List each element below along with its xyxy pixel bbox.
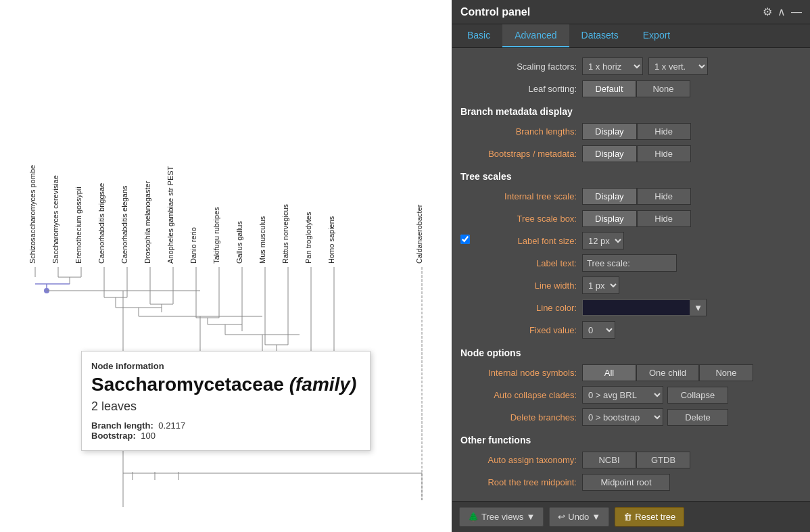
reset-tree-btn[interactable]: 🗑 Reset tree bbox=[615, 507, 684, 527]
line-color-control: ▼ bbox=[582, 299, 707, 316]
species-label: Caenorhabditis briggsae bbox=[97, 183, 105, 264]
internal-tree-scale-buttons: Display Hide bbox=[582, 188, 691, 205]
bootstraps-label: Bootstraps / metadata: bbox=[460, 149, 582, 159]
label-font-size-label: Label font size: bbox=[474, 236, 582, 246]
auto-collapse-select[interactable]: 0 > avg BRL 1 > avg BRL bbox=[582, 386, 663, 404]
node-options-section: Node options bbox=[460, 346, 802, 360]
panel-header: Control panel ⚙ ∧ — bbox=[452, 0, 810, 24]
tree-views-btn[interactable]: 🌲 Tree views ▼ bbox=[459, 507, 544, 527]
delete-branches-row: Delete branches: 0 > bootstrap 50 > boot… bbox=[460, 408, 802, 427]
branch-lengths-label: Branch lengths: bbox=[460, 126, 582, 137]
delete-btn[interactable]: Delete bbox=[667, 409, 728, 426]
other-functions-section: Other functions bbox=[460, 433, 802, 447]
label-font-size-select[interactable]: 12 px 10 px 14 px 16 px bbox=[582, 232, 624, 249]
species-label: Mus musculus bbox=[258, 216, 266, 264]
node-info-popup: Node information Saccharomycetaceae (fam… bbox=[81, 351, 371, 451]
root-midpoint-row: Root the tree midpoint: Midpoint root bbox=[460, 473, 802, 491]
node-info-bootstrap: Bootstrap: 100 bbox=[91, 431, 356, 441]
internal-tree-scale-label: Internal tree scale: bbox=[460, 191, 582, 201]
node-symbols-all-btn[interactable]: All bbox=[582, 364, 636, 381]
scaling-label: Scaling factors: bbox=[460, 62, 582, 72]
node-symbols-onechild-btn[interactable]: One child bbox=[636, 364, 699, 381]
auto-assign-row: Auto assign taxonomy: NCBI GTDB bbox=[460, 450, 802, 469]
tree-scale-box-display-btn[interactable]: Display bbox=[582, 210, 637, 227]
species-label: Caldanaerobacter bbox=[415, 204, 423, 264]
internal-tree-scale-row: Internal tree scale: Display Hide bbox=[460, 187, 802, 205]
auto-collapse-label: Auto collapse clades: bbox=[460, 390, 582, 400]
branch-lengths-row: Branch lengths: Display Hide bbox=[460, 122, 802, 141]
settings-icon[interactable]: ⚙ bbox=[763, 5, 772, 18]
bootstraps-display-btn[interactable]: Display bbox=[582, 145, 637, 162]
scaling-selects: 1 x horiz 2 x horiz 0.5 x horiz 1 x vert… bbox=[582, 57, 708, 75]
fixed-value-select[interactable]: 0 1 0.5 bbox=[582, 321, 615, 339]
branch-lengths-hide-btn[interactable]: Hide bbox=[637, 123, 691, 140]
collapse-icon[interactable]: ∧ bbox=[778, 5, 786, 18]
species-label: Drosophila melanogaster bbox=[143, 180, 151, 264]
label-font-size-row: Label font size: 12 px 10 px 14 px 16 px bbox=[460, 231, 802, 250]
delete-branches-select[interactable]: 0 > bootstrap 50 > bootstrap bbox=[582, 408, 663, 426]
auto-assign-buttons: NCBI GTDB bbox=[582, 452, 690, 468]
minimize-icon[interactable]: — bbox=[791, 6, 802, 18]
line-width-row: Line width: 1 px 2 px 3 px bbox=[460, 276, 802, 295]
auto-assign-label: Auto assign taxonomy: bbox=[460, 455, 582, 465]
label-font-size-checkbox[interactable] bbox=[460, 235, 470, 244]
tree-scale-box-label: Tree scale box: bbox=[460, 214, 582, 224]
reset-icon: 🗑 bbox=[623, 512, 632, 522]
branch-lengths-buttons: Display Hide bbox=[582, 123, 691, 140]
tab-advanced[interactable]: Advanced bbox=[502, 24, 569, 47]
species-label: Schizosaccharomyces pombe bbox=[28, 165, 37, 264]
internal-node-symbols-label: Internal node symbols: bbox=[460, 368, 582, 378]
line-width-select[interactable]: 1 px 2 px 3 px bbox=[582, 276, 619, 294]
scaling-vert-select[interactable]: 1 x vert. 2 x vert. 0.5 x vert. bbox=[648, 57, 708, 75]
scaling-horiz-select[interactable]: 1 x horiz 2 x horiz 0.5 x horiz bbox=[582, 57, 643, 75]
auto-assign-ncbi-btn[interactable]: NCBI bbox=[582, 452, 636, 468]
line-color-dropdown-btn[interactable]: ▼ bbox=[690, 299, 707, 316]
scaling-row: Scaling factors: 1 x horiz 2 x horiz 0.5… bbox=[460, 57, 802, 76]
leaf-sort-none-btn[interactable]: None bbox=[636, 80, 690, 97]
internal-tree-scale-display-btn[interactable]: Display bbox=[582, 188, 637, 205]
midpoint-root-btn[interactable]: Midpoint root bbox=[582, 474, 670, 491]
tree-scales-section: Tree scales bbox=[460, 170, 802, 183]
tab-basic[interactable]: Basic bbox=[455, 24, 502, 47]
label-text-row: Label text: bbox=[460, 253, 802, 272]
branch-lengths-display-btn[interactable]: Display bbox=[582, 123, 637, 140]
species-label: Eremothecium gossypii bbox=[74, 187, 82, 264]
species-label: Caenorhabditis elegans bbox=[120, 185, 128, 264]
bootstraps-hide-btn[interactable]: Hide bbox=[637, 145, 691, 162]
node-symbols-none-btn[interactable]: None bbox=[699, 364, 753, 381]
node-info-leaves: 2 leaves bbox=[91, 400, 356, 414]
auto-collapse-row: Auto collapse clades: 0 > avg BRL 1 > av… bbox=[460, 385, 802, 404]
auto-assign-gtdb-btn[interactable]: GTDB bbox=[636, 452, 690, 468]
label-text-label: Label text: bbox=[460, 258, 582, 268]
label-text-input[interactable] bbox=[582, 254, 677, 272]
species-label: Takifugu rubripes bbox=[212, 207, 220, 264]
undo-icon: ↩ bbox=[558, 512, 565, 522]
collapse-btn[interactable]: Collapse bbox=[667, 387, 728, 404]
node-info-name: Saccharomycetaceae (family) bbox=[91, 374, 356, 395]
branch-metadata-section: Branch metadata display bbox=[460, 105, 802, 118]
leaf-sort-default-btn[interactable]: Default bbox=[582, 80, 636, 97]
tab-datasets[interactable]: Datasets bbox=[569, 24, 631, 47]
species-label: Pan troglodytes bbox=[304, 212, 312, 264]
undo-btn[interactable]: ↩ Undo ▼ bbox=[549, 507, 609, 527]
tree-scale-box-row: Tree scale box: Display Hide bbox=[460, 209, 802, 228]
leaf-sorting-row: Leaf sorting: Default None bbox=[460, 79, 802, 98]
header-icons: ⚙ ∧ — bbox=[763, 5, 802, 18]
tree-area[interactable]: Schizosaccharomyces pombe Saccharomyces … bbox=[0, 0, 452, 532]
undo-dropdown-icon: ▼ bbox=[592, 512, 600, 522]
internal-node-symbols-row: Internal node symbols: All One child Non… bbox=[460, 363, 802, 382]
tree-scale-box-buttons: Display Hide bbox=[582, 210, 691, 227]
internal-tree-scale-hide-btn[interactable]: Hide bbox=[637, 188, 691, 205]
fixed-value-row: Fixed value: 0 1 0.5 bbox=[460, 320, 802, 339]
species-label: Anopheles gambiae str PEST bbox=[166, 166, 174, 264]
panel-title: Control panel bbox=[460, 6, 530, 18]
species-label: Saccharomyces cerevisiae bbox=[51, 175, 59, 264]
leaf-sorting-buttons: Default None bbox=[582, 80, 690, 97]
leaf-sorting-label: Leaf sorting: bbox=[460, 84, 582, 94]
tree-views-dropdown-icon: ▼ bbox=[526, 512, 535, 522]
tab-export[interactable]: Export bbox=[631, 24, 682, 47]
tree-scale-box-hide-btn[interactable]: Hide bbox=[637, 210, 691, 227]
line-color-swatch[interactable] bbox=[582, 299, 690, 316]
panel-content: Scaling factors: 1 x horiz 2 x horiz 0.5… bbox=[452, 48, 810, 501]
fixed-value-label: Fixed value: bbox=[460, 325, 582, 335]
